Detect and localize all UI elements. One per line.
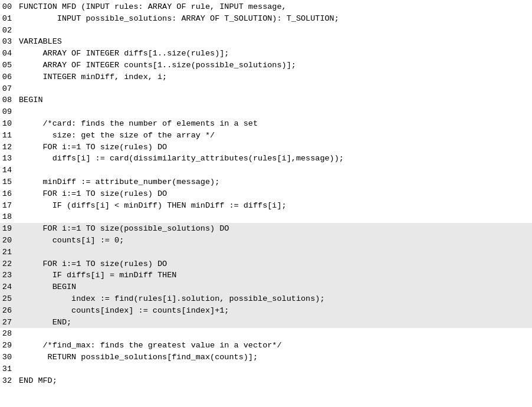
code-line: 10 /*card: finds the number of elements … bbox=[0, 118, 532, 130]
line-content: IF diffs[i] = minDiff THEN bbox=[17, 270, 532, 281]
line-number: 20 bbox=[0, 235, 17, 247]
line-content: index := find(rules[i].solution, possibl… bbox=[17, 293, 532, 305]
code-line: 28 bbox=[0, 328, 532, 340]
line-number: 24 bbox=[0, 281, 17, 293]
code-line: 04 ARRAY OF INTEGER diffs[1..size(rules)… bbox=[0, 48, 532, 60]
line-number: 21 bbox=[0, 247, 17, 258]
code-line: 02 bbox=[0, 25, 532, 37]
line-number: 06 bbox=[0, 71, 17, 83]
line-number: 32 bbox=[0, 375, 17, 387]
line-number: 09 bbox=[0, 106, 17, 118]
line-content: counts[i] := 0; bbox=[17, 235, 532, 247]
line-number: 31 bbox=[0, 363, 17, 375]
line-number: 17 bbox=[0, 200, 17, 212]
line-number: 12 bbox=[0, 142, 17, 153]
line-content: counts[index] := counts[index]+1; bbox=[17, 305, 532, 317]
line-number: 22 bbox=[0, 258, 17, 270]
line-content: BEGIN bbox=[17, 94, 532, 106]
code-line: 05 ARRAY OF INTEGER counts[1..size(possi… bbox=[0, 60, 532, 71]
code-line: 14 bbox=[0, 165, 532, 176]
code-line: 32END MFD; bbox=[0, 375, 532, 387]
code-line: 15 minDiff := attribute_number(message); bbox=[0, 176, 532, 188]
line-content: FOR i:=1 TO size(rules) DO bbox=[17, 258, 532, 270]
line-number: 30 bbox=[0, 352, 17, 363]
line-number: 15 bbox=[0, 176, 17, 188]
line-number: 00 bbox=[0, 1, 17, 13]
code-line: 18 bbox=[0, 211, 532, 223]
line-number: 13 bbox=[0, 153, 17, 165]
code-line: 24 BEGIN bbox=[0, 281, 532, 293]
code-line: 08BEGIN bbox=[0, 94, 532, 106]
code-line: 11 size: get the size of the array */ bbox=[0, 130, 532, 142]
line-number: 04 bbox=[0, 48, 17, 60]
line-number: 02 bbox=[0, 25, 17, 37]
line-number: 27 bbox=[0, 317, 17, 329]
line-number: 26 bbox=[0, 305, 17, 317]
line-content: BEGIN bbox=[17, 281, 532, 293]
line-content: END; bbox=[17, 317, 532, 329]
code-line: 13 diffs[i] := card(dissimilarity_attrib… bbox=[0, 153, 532, 165]
code-line: 21 bbox=[0, 247, 532, 258]
line-number: 23 bbox=[0, 270, 17, 281]
code-line: 29 /*find_max: finds the greatest value … bbox=[0, 340, 532, 352]
line-content: FUNCTION MFD (INPUT rules: ARRAY OF rule… bbox=[17, 1, 532, 13]
code-line: 19 FOR i:=1 TO size(possible_solutions) … bbox=[0, 223, 532, 235]
code-line: 06 INTEGER minDiff, index, i; bbox=[0, 71, 532, 83]
line-content: INPUT possible_solutions: ARRAY OF T_SOL… bbox=[17, 13, 532, 25]
line-number: 16 bbox=[0, 188, 17, 200]
line-number: 18 bbox=[0, 211, 17, 223]
line-number: 25 bbox=[0, 293, 17, 305]
line-number: 28 bbox=[0, 328, 17, 340]
line-number: 14 bbox=[0, 165, 17, 176]
line-content: /*card: finds the number of elements in … bbox=[17, 118, 532, 130]
line-content: ARRAY OF INTEGER counts[1..size(possible… bbox=[17, 60, 532, 71]
code-line: 30 RETURN possible_solutions[find_max(co… bbox=[0, 352, 532, 363]
line-content: FOR i:=1 TO size(rules) DO bbox=[17, 142, 532, 153]
code-line: 07 bbox=[0, 83, 532, 95]
line-content: size: get the size of the array */ bbox=[17, 130, 532, 142]
line-number: 10 bbox=[0, 118, 17, 130]
code-line: 17 IF (diffs[i] < minDiff) THEN minDiff … bbox=[0, 200, 532, 212]
code-line: 27 END; bbox=[0, 317, 532, 329]
line-content: minDiff := attribute_number(message); bbox=[17, 176, 532, 188]
line-content: VARIABLES bbox=[17, 36, 532, 48]
line-number: 07 bbox=[0, 83, 17, 95]
code-line: 01 INPUT possible_solutions: ARRAY OF T_… bbox=[0, 13, 532, 25]
code-line: 03VARIABLES bbox=[0, 36, 532, 48]
line-content: ARRAY OF INTEGER diffs[1..size(rules)]; bbox=[17, 48, 532, 60]
line-content: FOR i:=1 TO size(rules) DO bbox=[17, 188, 532, 200]
line-number: 08 bbox=[0, 94, 17, 106]
code-line: 20 counts[i] := 0; bbox=[0, 235, 532, 247]
line-number: 29 bbox=[0, 340, 17, 352]
line-number: 19 bbox=[0, 223, 17, 235]
code-line: 12 FOR i:=1 TO size(rules) DO bbox=[0, 142, 532, 153]
code-container: 00FUNCTION MFD (INPUT rules: ARRAY OF ru… bbox=[0, 0, 532, 407]
line-content: IF (diffs[i] < minDiff) THEN minDiff := … bbox=[17, 200, 532, 212]
line-content: END MFD; bbox=[17, 375, 532, 387]
line-number: 05 bbox=[0, 60, 17, 71]
code-line: 16 FOR i:=1 TO size(rules) DO bbox=[0, 188, 532, 200]
line-content: INTEGER minDiff, index, i; bbox=[17, 71, 532, 83]
line-content: diffs[i] := card(dissimilarity_attribute… bbox=[17, 153, 532, 165]
line-number: 11 bbox=[0, 130, 17, 142]
code-line: 22 FOR i:=1 TO size(rules) DO bbox=[0, 258, 532, 270]
line-number: 01 bbox=[0, 13, 17, 25]
line-content: /*find_max: finds the greatest value in … bbox=[17, 340, 532, 352]
code-line: 23 IF diffs[i] = minDiff THEN bbox=[0, 270, 532, 281]
code-line: 25 index := find(rules[i].solution, poss… bbox=[0, 293, 532, 305]
line-content: FOR i:=1 TO size(possible_solutions) DO bbox=[17, 223, 532, 235]
code-line: 31 bbox=[0, 363, 532, 375]
code-line: 00FUNCTION MFD (INPUT rules: ARRAY OF ru… bbox=[0, 1, 532, 13]
line-number: 03 bbox=[0, 36, 17, 48]
line-content: RETURN possible_solutions[find_max(count… bbox=[17, 352, 532, 363]
code-line: 09 bbox=[0, 106, 532, 118]
code-line: 26 counts[index] := counts[index]+1; bbox=[0, 305, 532, 317]
